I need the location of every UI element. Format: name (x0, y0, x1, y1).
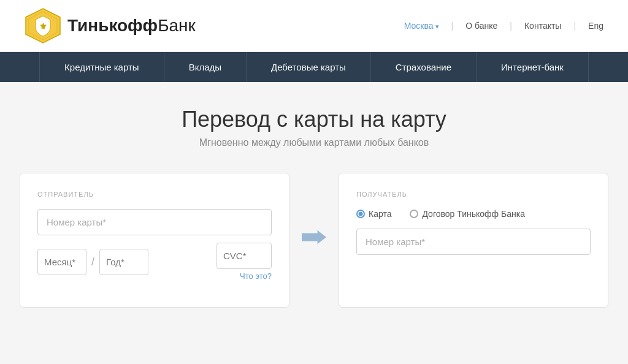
transfer-arrow-icon (302, 228, 326, 246)
sender-year[interactable] (99, 249, 148, 275)
receiver-card: ПОЛУЧАТЕЛЬ Карта Договор Тинькофф Банка (339, 173, 608, 308)
header: ⚜ ТинькоффБанк Москва | О банке | Контак… (0, 0, 628, 52)
svg-text:⚜: ⚜ (39, 21, 47, 31)
sender-label: ОТПРАВИТЕЛЬ (37, 191, 272, 198)
cvc-container: Что это? (216, 243, 272, 281)
arrow-area (302, 173, 326, 246)
city-selector[interactable]: Москва (404, 21, 439, 31)
main-content: Перевод с карты на карту Мгновенно между… (0, 82, 628, 344)
radio-card-label[interactable]: Карта (356, 209, 391, 219)
radio-card-dot (356, 210, 365, 218)
sender-card: ОТПРАВИТЕЛЬ / Что это? (20, 173, 289, 308)
receiver-type-row: Карта Договор Тинькофф Банка (356, 209, 591, 219)
about-link[interactable]: О банке (465, 21, 497, 31)
transfer-form: ОТПРАВИТЕЛЬ / Что это? ПОЛУЧАТЕЛЬ (12, 173, 616, 308)
nav-item-debit-cards[interactable]: Дебетовые карты (247, 52, 371, 82)
page-title: Перевод с карты на карту (12, 107, 616, 132)
receiver-label: ПОЛУЧАТЕЛЬ (356, 191, 591, 198)
nav-item-credit-cards[interactable]: Кредитные карты (39, 52, 164, 82)
radio-card-text: Карта (369, 209, 391, 219)
slash-divider: / (91, 256, 94, 268)
radio-contract-text: Договор Тинькофф Банка (422, 209, 524, 219)
sender-card-number[interactable] (37, 209, 272, 235)
logo-emblem: ⚜ (25, 7, 61, 44)
sender-month[interactable] (37, 249, 86, 275)
radio-contract-label[interactable]: Договор Тинькофф Банка (410, 209, 524, 219)
expiry-cvc-row: / Что это? (37, 243, 272, 281)
svg-marker-3 (302, 230, 326, 244)
header-nav: Москва | О банке | Контакты | Eng (404, 21, 603, 31)
nav-item-insurance[interactable]: Страхование (371, 52, 477, 82)
receiver-card-number[interactable] (356, 229, 591, 255)
nav-item-deposits[interactable]: Вклады (164, 52, 247, 82)
contacts-link[interactable]: Контакты (524, 21, 561, 31)
logo-area: ⚜ ТинькоффБанк (25, 7, 196, 44)
lang-link[interactable]: Eng (588, 21, 603, 31)
sender-cvc[interactable] (216, 243, 272, 269)
nav-item-online-bank[interactable]: Интернет-банк (477, 52, 589, 82)
cvc-help-link[interactable]: Что это? (240, 271, 272, 281)
navbar: Кредитные карты Вклады Дебетовые карты С… (0, 52, 628, 82)
radio-contract-dot (410, 210, 418, 218)
logo-text: ТинькоффБанк (67, 16, 196, 36)
page-subtitle: Мгновенно между любыми картами любых бан… (12, 137, 616, 148)
